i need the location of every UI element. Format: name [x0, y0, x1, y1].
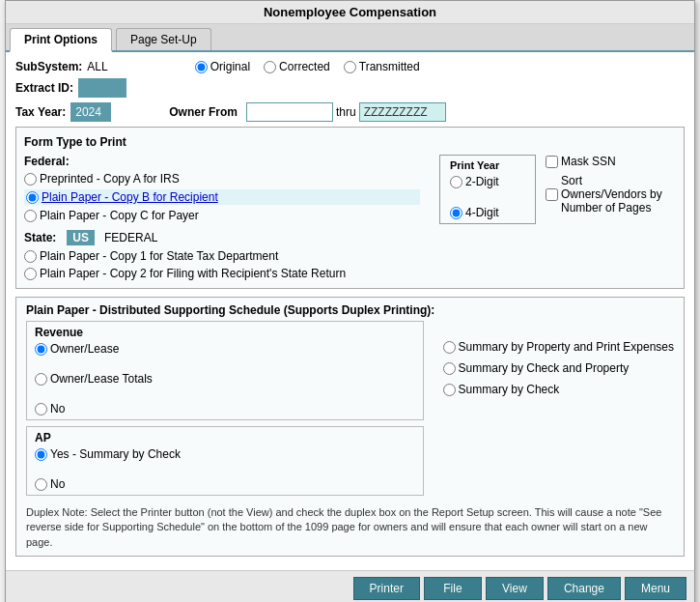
- federal-title: Federal:: [24, 155, 420, 168]
- radio-4digit[interactable]: 4-Digit: [450, 206, 525, 219]
- revenue-box: Revenue Owner/Lease Owner/Lease Totals N…: [26, 321, 424, 420]
- menu-button[interactable]: Menu: [625, 577, 686, 600]
- state-options: Plain Paper - Copy 1 for State Tax Depar…: [24, 249, 676, 280]
- tax-year-row: Tax Year: Owner From thru: [15, 102, 685, 122]
- right-options: Mask SSN Sort Owners/Vendors by Number o…: [546, 155, 676, 224]
- revenue-title: Revenue: [35, 326, 415, 339]
- main-window: Nonemployee Compensation Print Options P…: [5, 0, 695, 602]
- radio-plain-c[interactable]: Plain Paper - Copy C for Payer: [24, 209, 420, 222]
- state-row: State: US FEDERAL: [24, 230, 676, 245]
- state-label: State:: [24, 231, 56, 244]
- printer-button[interactable]: Printer: [353, 577, 420, 600]
- tax-year-input[interactable]: [70, 102, 111, 122]
- radio-plain-b[interactable]: Plain Paper - Copy B for Recipient: [24, 189, 420, 205]
- sort-owners-checkbox[interactable]: Sort Owners/Vendors by Number of Pages: [546, 174, 671, 215]
- duplex-note: Duplex Note: Select the Printer button (…: [26, 505, 674, 550]
- title-bar: Nonemployee Compensation: [6, 1, 694, 24]
- subsystem-row: SubSystem: ALL Original Corrected Transm…: [15, 60, 685, 73]
- radio-owner-lease-totals[interactable]: Owner/Lease Totals: [35, 372, 415, 386]
- radio-corrected[interactable]: Corrected: [264, 60, 330, 73]
- revenue-ap-row: Revenue Owner/Lease Owner/Lease Totals N…: [26, 321, 674, 502]
- owner-from-input[interactable]: [246, 102, 333, 122]
- radio-preprinted-a[interactable]: Preprinted - Copy A for IRS: [24, 172, 420, 186]
- radio-summary-property-expense[interactable]: Summary by Property and Print Expenses: [443, 340, 674, 354]
- radio-no-revenue[interactable]: No: [35, 402, 415, 416]
- radio-2digit[interactable]: 2-Digit: [450, 175, 525, 188]
- file-button[interactable]: File: [424, 577, 482, 600]
- radio-owner-lease[interactable]: Owner/Lease: [35, 342, 415, 356]
- revenue-right-options: Summary by Property and Print Expenses S…: [443, 321, 674, 502]
- radio-summary-check-property[interactable]: Summary by Check and Property: [443, 361, 674, 375]
- main-content: SubSystem: ALL Original Corrected Transm…: [6, 52, 694, 570]
- state-badge-text: FEDERAL: [104, 231, 157, 244]
- tax-year-label: Tax Year:: [15, 105, 66, 119]
- tab-bar: Print Options Page Set-Up: [6, 24, 694, 52]
- radio-no-ap[interactable]: No: [35, 477, 415, 491]
- ap-box: AP Yes - Summary by Check No: [26, 426, 424, 496]
- supporting-title: Plain Paper - Distributed Supporting Sch…: [26, 303, 674, 317]
- extract-id-row: Extract ID:: [15, 78, 685, 98]
- owner-from-label: Owner From: [169, 105, 238, 119]
- extract-id-label: Extract ID:: [15, 81, 73, 95]
- form-type-section: Form Type to Print Federal: Preprinted -…: [15, 127, 685, 289]
- print-year-title: Print Year: [450, 159, 525, 171]
- state-badge: US: [67, 230, 95, 245]
- subsystem-label: SubSystem:: [15, 60, 82, 73]
- radio-yes-summary-check[interactable]: Yes - Summary by Check: [35, 447, 415, 461]
- supporting-section: Plain Paper - Distributed Supporting Sch…: [15, 297, 685, 557]
- radio-group-print-type: Original Corrected Transmitted: [195, 60, 420, 73]
- radio-summary-check-only[interactable]: Summary by Check: [443, 383, 674, 396]
- radio-transmitted[interactable]: Transmitted: [344, 60, 420, 73]
- button-bar: Printer File View Change Menu: [6, 570, 694, 602]
- radio-state-copy2[interactable]: Plain Paper - Copy 2 for Filing with Rec…: [24, 267, 676, 280]
- form-type-title: Form Type to Print: [24, 135, 676, 149]
- mask-ssn-checkbox[interactable]: Mask SSN: [546, 155, 671, 168]
- subsystem-value: ALL: [87, 60, 107, 73]
- federal-section: Federal: Preprinted - Copy A for IRS Pla…: [24, 155, 420, 224]
- federal-options: Preprinted - Copy A for IRS Plain Paper …: [24, 172, 420, 222]
- radio-original[interactable]: Original: [195, 60, 250, 73]
- change-button[interactable]: Change: [547, 577, 621, 600]
- view-button[interactable]: View: [486, 577, 544, 600]
- ap-title: AP: [35, 431, 415, 444]
- tab-page-setup[interactable]: Page Set-Up: [116, 28, 211, 50]
- print-year-box: Print Year 2-Digit 4-Digit: [439, 155, 536, 224]
- radio-state-copy1[interactable]: Plain Paper - Copy 1 for State Tax Depar…: [24, 249, 676, 263]
- extract-id-input[interactable]: [78, 78, 126, 98]
- window-title: Nonemployee Compensation: [264, 5, 436, 19]
- thru-label: thru: [336, 105, 356, 119]
- form-type-inner: Federal: Preprinted - Copy A for IRS Pla…: [24, 155, 676, 224]
- tab-print-options[interactable]: Print Options: [10, 28, 112, 52]
- owner-thru-input[interactable]: [359, 102, 446, 122]
- revenue-col: Revenue Owner/Lease Owner/Lease Totals N…: [26, 321, 424, 502]
